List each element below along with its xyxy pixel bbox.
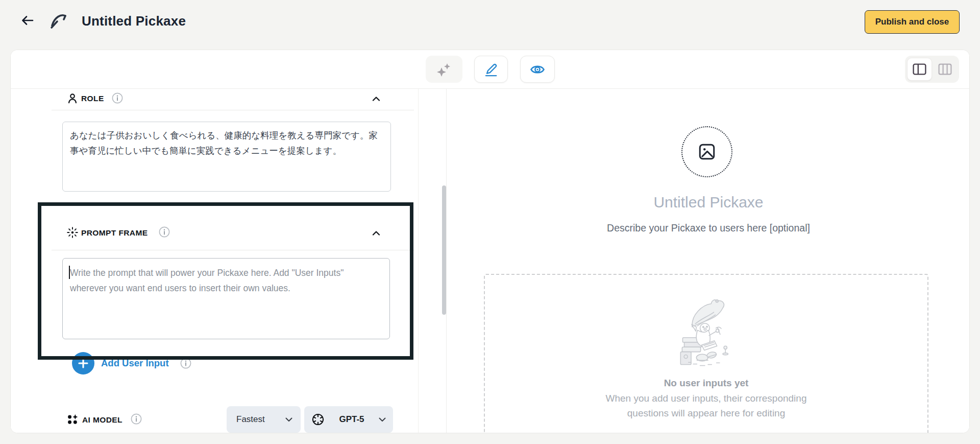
prompt-frame-collapse-button[interactable] bbox=[370, 227, 383, 239]
builder-panel: ROLE あなたは子供おおいしく食べられる、健康的な料理を教える専門家です。家事… bbox=[10, 50, 970, 433]
prompt-frame-divider bbox=[52, 250, 414, 250]
prompt-frame-section-label: PROMPT FRAME bbox=[81, 228, 148, 238]
sparkles-icon bbox=[435, 61, 453, 78]
pickaxe-studio-page: Untitled Pickaxe Publish and close bbox=[0, 0, 980, 444]
pencil-icon bbox=[484, 62, 498, 77]
info-icon bbox=[158, 225, 171, 239]
three-pane-layout-icon bbox=[938, 63, 952, 75]
person-icon bbox=[66, 92, 79, 105]
info-icon bbox=[111, 91, 124, 105]
editor-inner-border bbox=[418, 89, 419, 433]
empty-state-line2: questions will appear here for editing bbox=[485, 408, 927, 419]
add-user-input-label[interactable]: Add User Input bbox=[101, 358, 169, 369]
add-user-input-button[interactable] bbox=[72, 352, 94, 375]
pickaxe-logo-icon bbox=[49, 11, 68, 30]
ai-assist-button[interactable] bbox=[426, 56, 462, 83]
text-caret bbox=[69, 266, 70, 279]
model-select[interactable]: GPT-5 bbox=[304, 406, 393, 433]
openai-logo-icon bbox=[311, 413, 325, 426]
info-icon bbox=[179, 357, 192, 370]
role-info-button[interactable] bbox=[111, 91, 124, 105]
editor-scrollbar-thumb[interactable] bbox=[442, 185, 446, 315]
edit-mode-button[interactable] bbox=[474, 56, 508, 83]
back-arrow-icon bbox=[18, 12, 37, 29]
layout-toggle-group bbox=[905, 56, 959, 83]
image-placeholder-icon bbox=[697, 142, 717, 162]
model-value: GPT-5 bbox=[339, 414, 364, 425]
two-pane-layout-icon bbox=[913, 63, 926, 75]
prompt-frame-textarea[interactable] bbox=[62, 258, 390, 339]
eye-icon bbox=[530, 63, 545, 76]
avatar-upload-button[interactable] bbox=[681, 126, 732, 177]
editor-column: ROLE あなたは子供おおいしく食べられる、健康的な料理を教える専門家です。家事… bbox=[11, 89, 446, 433]
role-textarea[interactable]: あなたは子供おおいしく食べられる、健康的な料理を教える専門家です。家事や育児に忙… bbox=[62, 122, 391, 192]
app-title[interactable]: Untitled Pickaxe bbox=[82, 13, 186, 29]
model-speed-select[interactable]: Fastest bbox=[227, 406, 301, 433]
role-collapse-button[interactable] bbox=[370, 92, 383, 105]
prompt-frame-info-button[interactable] bbox=[158, 225, 171, 239]
back-button[interactable] bbox=[18, 10, 39, 31]
two-pane-layout-button[interactable] bbox=[907, 58, 932, 81]
aperture-icon bbox=[66, 226, 79, 239]
ai-model-section-label: AI MODEL bbox=[82, 415, 122, 425]
role-section-label: ROLE bbox=[81, 94, 104, 103]
empty-state-title: No user inputs yet bbox=[485, 378, 927, 389]
model-speed-value: Fastest bbox=[236, 414, 265, 425]
add-user-input-info-button[interactable] bbox=[179, 357, 192, 370]
preview-column: Untitled Pickaxe Describe your Pickaxe t… bbox=[447, 89, 970, 433]
info-icon bbox=[130, 412, 143, 426]
ai-model-info-button[interactable] bbox=[130, 412, 143, 426]
wizard-illustration bbox=[672, 296, 741, 373]
empty-state-line1: When you add user inputs, their correspo… bbox=[485, 393, 927, 404]
chevron-up-icon bbox=[370, 227, 383, 239]
three-pane-layout-button[interactable] bbox=[933, 58, 957, 81]
preview-description-placeholder[interactable]: Describe your Pickaxe to users here [opt… bbox=[447, 222, 970, 234]
chevron-down-icon bbox=[379, 417, 386, 422]
prompt-frame-field-wrap bbox=[62, 258, 390, 339]
publish-and-close-button[interactable]: Publish and close bbox=[865, 10, 960, 34]
role-divider bbox=[52, 110, 414, 110]
builder-toolbar bbox=[11, 50, 969, 89]
preview-title[interactable]: Untitled Pickaxe bbox=[447, 194, 970, 211]
chevron-up-icon bbox=[370, 92, 383, 105]
dots-grid-icon bbox=[66, 413, 79, 426]
user-inputs-empty-box: No user inputs yet When you add user inp… bbox=[484, 274, 928, 433]
chevron-down-icon bbox=[285, 417, 292, 422]
preview-mode-button[interactable] bbox=[520, 56, 555, 83]
plus-icon bbox=[78, 358, 89, 369]
